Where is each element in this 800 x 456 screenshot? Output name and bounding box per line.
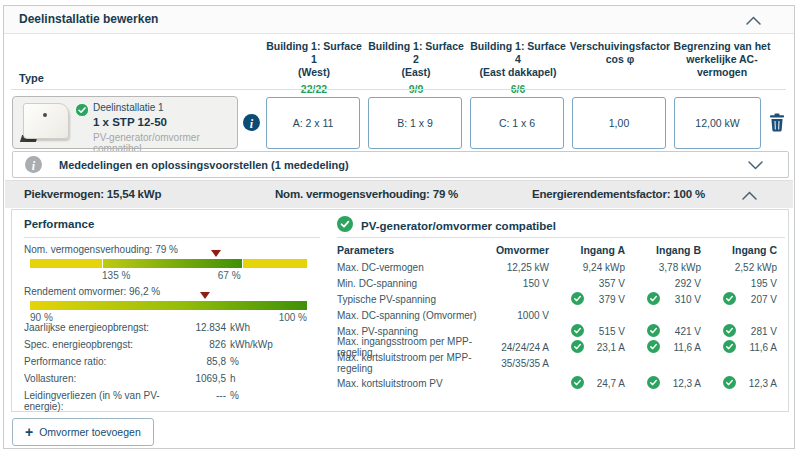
- parameter-label: Max. DC-vermogen: [337, 262, 487, 273]
- messages-accordion[interactable]: i Mededelingen en oplossingsvoorstellen …: [12, 151, 789, 178]
- stat-unit: %: [230, 356, 239, 367]
- omvormer-value: 150 V: [487, 278, 549, 289]
- compatible-check-icon: [337, 216, 353, 236]
- omvormer-value: 1000 V: [487, 310, 549, 321]
- input-value-cell: 379 V: [549, 292, 625, 307]
- performance-stats: Jaarlijkse energieopbrengst:12.834kWhSpe…: [24, 322, 264, 407]
- edit-subinstallation-panel: Deelinstallatie bewerken Type Building 1…: [3, 5, 795, 449]
- ac-limit-field[interactable]: 12,00 kW: [674, 97, 761, 149]
- stat-label: Vollasturen:: [24, 373, 184, 384]
- subinstallation-name: Deelinstallatie 1: [93, 102, 164, 113]
- input-value-cell: 310 V: [625, 292, 701, 307]
- stat-row: Performance ratio:85,8%: [24, 356, 264, 373]
- input-value-cell: 515 V: [549, 324, 625, 339]
- inverter-model: 1 x STP 12-50: [93, 116, 167, 128]
- input-value-cell: 24,7 A: [549, 376, 625, 391]
- details-panel: Performance Nom. vermogensverhouding: 79…: [11, 209, 789, 412]
- column-header: Begrenzing van hetwerkelijke AC-vermogen: [671, 40, 773, 79]
- stat-row: Vollasturen:1069,5h: [24, 373, 264, 390]
- info-icon[interactable]: i: [243, 114, 260, 131]
- input-value-cell: 207 V: [701, 292, 777, 307]
- stat-label: Spec. energieopbrengst:: [24, 339, 184, 350]
- gauge2-marker: [200, 292, 210, 299]
- summary-chevron-up-icon[interactable]: [742, 191, 757, 200]
- panel-header[interactable]: Deelinstallatie bewerken: [4, 6, 794, 34]
- ok-check-icon: [723, 376, 736, 391]
- column-header: Building 1: Surface 4(East dakkapel)6/6: [467, 40, 569, 95]
- table-row: Min. DC-spanning150 V357 V292 V195 V: [337, 275, 777, 291]
- gauge2-label: Rendement omvormer: 96,2 %: [24, 286, 160, 297]
- gauge1-bar: [30, 259, 307, 268]
- plus-icon: +: [25, 425, 33, 439]
- parameter-label: Min. DC-spanning: [337, 278, 487, 289]
- input-value-cell: 281 V: [701, 324, 777, 339]
- inverter-card[interactable]: Deelinstallatie 1 1 x STP 12-50 PV-gener…: [12, 96, 238, 149]
- input-value-cell: 195 V: [701, 278, 777, 289]
- nominal-ratio-value: Nom. vermogensverhouding: 79 %: [275, 188, 458, 200]
- stat-label: Performance ratio:: [24, 356, 184, 367]
- parameter-label: Max. kortsluitstroom PV: [337, 378, 487, 389]
- ok-check-icon: [723, 324, 736, 339]
- input-config-b-field[interactable]: B: 1 x 9: [368, 97, 462, 149]
- add-inverter-button[interactable]: + Omvormer toevoegen: [12, 418, 154, 446]
- cos-phi-field[interactable]: 1,00: [572, 97, 666, 149]
- input-value-cell: 11,6 A: [625, 340, 701, 355]
- stat-unit: h: [230, 373, 236, 384]
- ok-check-icon: [571, 324, 584, 339]
- message-info-icon: i: [25, 156, 42, 173]
- inverter-image: [19, 101, 73, 144]
- table-row: Max. kortsluitstroom PV24,7 A12,3 A12,3 …: [337, 375, 777, 391]
- input-value-cell: 292 V: [625, 278, 701, 289]
- omvormer-value: 12,25 kW: [487, 262, 549, 273]
- compatible-check-icon: [75, 103, 89, 121]
- ok-check-icon: [723, 340, 736, 355]
- input-value-cell: 357 V: [549, 278, 625, 289]
- messages-label: Mededelingen en oplossingsvoorstellen (1…: [59, 159, 349, 171]
- ok-check-icon: [647, 324, 660, 339]
- stat-value: 826: [184, 339, 226, 350]
- parameter-label: Typische PV-spanning: [337, 294, 487, 305]
- stat-label: Leidingverliezen (in % van PV-energie):: [24, 390, 184, 412]
- performance-title: Performance: [24, 218, 94, 230]
- gauge1-left-tick: 135 %: [102, 270, 130, 281]
- omvormer-value: 24/24/24 A: [487, 342, 549, 353]
- stat-value: ---: [184, 390, 226, 401]
- omvormer-value: 35/35/35 A: [487, 358, 549, 369]
- ok-check-icon: [647, 292, 660, 307]
- column-header: Verschuivingsfactorcos φ: [569, 40, 671, 66]
- input-config-c-field[interactable]: C: 1 x 6: [470, 97, 564, 149]
- stat-unit: %: [230, 390, 239, 401]
- stat-row: Spec. energieopbrengst:826kWh/kWp: [24, 339, 264, 356]
- table-row: Max. DC-spanning (Omvormer)1000 V: [337, 307, 777, 323]
- ok-check-icon: [571, 340, 584, 355]
- input-value-cell: 11,6 A: [701, 340, 777, 355]
- gauge2-bar: [30, 301, 307, 310]
- messages-chevron-down-icon[interactable]: [748, 161, 763, 170]
- stat-row: Leidingverliezen (in % van PV-energie):-…: [24, 390, 264, 407]
- gauge2-right-tick: 100 %: [279, 312, 307, 323]
- stat-row: Jaarlijkse energieopbrengst:12.834kWh: [24, 322, 264, 339]
- delete-inverter-button[interactable]: [768, 113, 786, 132]
- energy-factor-value: Energierendementsfactor: 100 %: [532, 188, 705, 200]
- input-value-cell: 12,3 A: [625, 376, 701, 391]
- stat-unit: kWh: [230, 322, 250, 333]
- ok-check-icon: [723, 292, 736, 307]
- parameter-label: Max. PV-spanning: [337, 326, 487, 337]
- table-row: Max. DC-vermogen12,25 kW9,24 kWp3,78 kWp…: [337, 259, 777, 275]
- gauge1-right-tick: 67 %: [218, 270, 241, 281]
- summary-accordion[interactable]: Piekvermogen: 15,54 kWp Nom. vermogensve…: [5, 180, 793, 208]
- table-row: Max. kortsluitstroom per MPP-regeling35/…: [337, 355, 777, 371]
- column-header: Building 1: Surface 2(East)9/9: [365, 40, 467, 95]
- stat-value: 1069,5: [184, 373, 226, 384]
- stat-value: 12.834: [184, 322, 226, 333]
- input-config-a-field[interactable]: A: 2 x 11: [266, 97, 360, 149]
- compatibility-title: PV-generator/omvormer compatibel: [361, 220, 556, 232]
- input-value-cell: 23,1 A: [549, 340, 625, 355]
- input-value-cell: 12,3 A: [701, 376, 777, 391]
- gauge1-marker: [211, 250, 221, 257]
- table-header-row: ParametersOmvormerIngang AIngang BIngang…: [337, 242, 777, 257]
- input-value-cell: 9,24 kWp: [549, 262, 625, 273]
- input-value-cell: 3,78 kWp: [625, 262, 701, 273]
- collapse-panel-chevron-up-icon[interactable]: [746, 16, 761, 25]
- input-value-cell: 2,52 kWp: [701, 262, 777, 273]
